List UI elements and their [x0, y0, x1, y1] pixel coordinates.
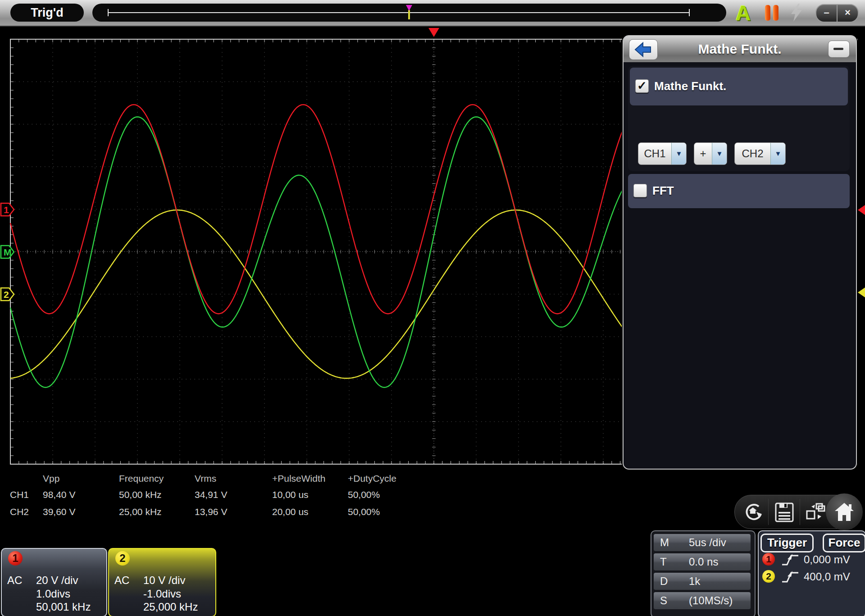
meas-ch2-label: CH2 [10, 506, 29, 517]
timebase-t-label: T [660, 556, 667, 568]
meas-header-vpp: Vpp [43, 473, 59, 484]
channel1-panel[interactable]: 1 AC 20 V /div 1.0divs 50,001 kHz [1, 548, 107, 616]
force-button[interactable]: Force [823, 534, 865, 552]
meas-ch2-vrms: 13,96 V [195, 506, 227, 517]
slider-right-cap [689, 9, 690, 16]
quick-icons-bar [734, 495, 862, 529]
autoset-icon[interactable] [743, 502, 764, 523]
meas-ch1-vrms: 34,91 V [195, 489, 227, 500]
channel2-coupling: AC [114, 574, 129, 587]
lightning-icon [789, 4, 805, 22]
panel-minimize-button[interactable] [828, 41, 850, 58]
meas-ch1-freq: 50,00 kHz [119, 489, 162, 500]
channel2-badge: 2 [762, 570, 775, 583]
trigger-position-marker[interactable] [428, 28, 439, 37]
fft-checkbox[interactable] [633, 184, 647, 197]
timebase-t-value: 0.0 ns [689, 556, 718, 568]
meas-ch1-vpp: 98,40 V [43, 489, 75, 500]
trigger-level-marker-1[interactable] [858, 205, 865, 215]
window-controls: – × [815, 4, 859, 23]
timebase-row-d[interactable]: D 1k [654, 573, 751, 590]
trigger-level-marker-2[interactable] [858, 287, 865, 297]
channel2-badge: 2 [115, 551, 130, 566]
home-button[interactable] [826, 493, 863, 530]
meas-header-vrms: Vrms [195, 473, 216, 484]
math-enable-row: ✓ Mathe Funkt. [630, 68, 848, 105]
position-marker-1[interactable]: 1 [1, 203, 14, 216]
svg-text:1: 1 [4, 205, 9, 215]
channel1-position: 1.0divs [36, 588, 70, 600]
chevron-down-icon: ▼ [770, 143, 785, 164]
horizontal-position-slider[interactable] [92, 4, 726, 22]
channel2-panel[interactable]: 2 AC 10 V /div -1.0divs 25,000 kHz [108, 548, 216, 616]
meas-header-frequency: Frequency [119, 473, 164, 484]
top-bar: Trig'd A – × [0, 0, 865, 27]
math-source-a-value: CH1 [638, 143, 671, 164]
svg-text:2: 2 [4, 289, 9, 300]
position-marker-M[interactable]: M [1, 246, 14, 258]
meas-ch2-freq: 25,00 kHz [119, 506, 162, 517]
math-function-panel: Mathe Funkt. ✓ Mathe Funkt. CH1 ▼ + ▼ CH… [623, 35, 857, 470]
pause-icon[interactable] [773, 5, 778, 21]
swap-view-icon[interactable] [805, 502, 826, 523]
meas-ch1-label: CH1 [10, 489, 29, 500]
svg-text:M: M [4, 247, 12, 257]
channel1-scale: 20 V /div [36, 574, 78, 587]
slider-left-cap [108, 9, 109, 16]
meas-ch2-duty: 50,00% [348, 506, 380, 517]
trigger-level-ch2-value: 400,0 mV [804, 570, 850, 583]
math-enable-checkbox[interactable]: ✓ [635, 79, 649, 93]
trigger-status-badge: Trig'd [10, 4, 84, 22]
channel2-position: -1.0divs [143, 588, 181, 600]
slider-track [108, 12, 689, 13]
pause-icon[interactable] [765, 5, 770, 21]
fft-label: FFT [652, 184, 674, 198]
divider [800, 499, 800, 525]
save-icon[interactable] [774, 502, 794, 523]
trigger-button[interactable]: Trigger [760, 534, 814, 552]
math-operator-select[interactable]: + ▼ [694, 142, 727, 165]
meas-ch1-duty: 50,00% [348, 489, 380, 500]
channel1-badge: 1 [8, 551, 23, 566]
timebase-s-value: (10MS/s) [689, 594, 733, 607]
chevron-down-icon: ▼ [671, 143, 686, 164]
timebase-row-t[interactable]: T 0.0 ns [654, 553, 751, 570]
position-marker-2[interactable]: 2 [1, 288, 14, 301]
trigger-level-ch1-value: 0,000 mV [804, 553, 850, 566]
timebase-m-label: M [660, 536, 669, 549]
trigger-panel: Trigger Force 1 0,000 mV 2 400,0 mV [758, 530, 865, 616]
slider-position-marker[interactable] [406, 5, 412, 11]
timebase-m-value: 5us /div [689, 536, 726, 549]
channel2-frequency: 25,000 kHz [143, 601, 198, 613]
close-button[interactable]: × [838, 5, 858, 22]
channel1-frequency: 50,001 kHz [36, 601, 91, 613]
math-enable-label: Mathe Funkt. [654, 79, 726, 93]
meas-header-pulsewidth: +PulseWidth [272, 473, 325, 484]
timebase-d-value: 1k [689, 575, 700, 588]
meas-header-dutycycle: +DutyCycle [348, 473, 396, 484]
channel1-coupling: AC [7, 574, 22, 587]
minimize-button[interactable]: – [816, 5, 838, 22]
oscilloscope-app: 1M2 Trig'd A – × Vpp Frequency Vrms +Pul… [0, 0, 865, 616]
timebase-row-s[interactable]: S (10MS/s) [654, 592, 751, 609]
divider [768, 499, 769, 525]
timebase-s-label: S [660, 594, 667, 607]
math-panel-header: Mathe Funkt. [624, 36, 856, 62]
rising-edge-icon [781, 552, 799, 567]
timebase-d-label: D [660, 575, 668, 588]
home-icon [834, 502, 855, 522]
math-operator-value: + [694, 143, 712, 164]
math-panel-title: Mathe Funkt. [624, 41, 856, 57]
timebase-row-m[interactable]: M 5us /div [654, 534, 751, 551]
chevron-down-icon: ▼ [712, 143, 727, 164]
meas-ch1-pw: 10,00 us [272, 489, 309, 500]
math-settings-box: ✓ Mathe Funkt. CH1 ▼ + ▼ CH2 ▼ Voltage(/… [628, 66, 850, 171]
meas-ch2-vpp: 39,60 V [43, 506, 75, 517]
meas-ch2-pw: 20,00 us [272, 506, 309, 517]
rising-edge-icon [781, 569, 799, 584]
math-source-b-value: CH2 [735, 143, 770, 164]
math-source-a-select[interactable]: CH1 ▼ [638, 142, 687, 165]
math-source-b-select[interactable]: CH2 ▼ [734, 142, 786, 165]
timebase-panel: M 5us /div T 0.0 ns D 1k S (10MS/s) [651, 530, 756, 616]
channel1-badge: 1 [762, 553, 775, 566]
